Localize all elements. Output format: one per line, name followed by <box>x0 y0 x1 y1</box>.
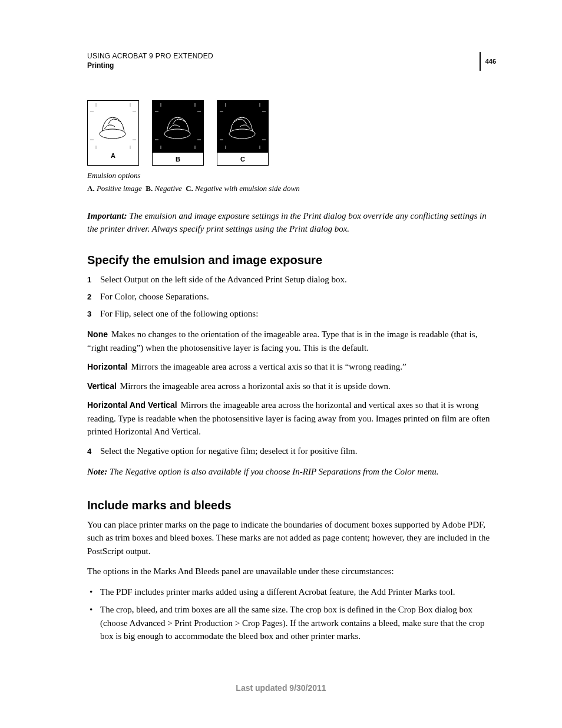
paragraph: You can place printer marks on the page … <box>87 518 496 558</box>
page-number-block: 446 <box>480 52 496 71</box>
important-body: The emulsion and image exposure settings… <box>87 211 487 233</box>
steps-list-continued: 4Select the Negative option for negative… <box>87 444 496 458</box>
emulsion-figure: A <box>87 100 496 166</box>
defterm-horizontal-vertical: Horizontal And VerticalMirrors the image… <box>87 398 496 439</box>
important-label: Important: <box>87 211 127 220</box>
figure-caption-options: A. Positive image B. Negative C. Negativ… <box>87 183 496 194</box>
document-title: USING ACROBAT 9 PRO EXTENDED <box>87 52 480 60</box>
svg-rect-10 <box>155 103 201 149</box>
note-label: Note: <box>87 467 107 476</box>
defterm-horizontal: HorizontalMirrors the imageable area acr… <box>87 360 496 374</box>
figure-label-c: C <box>217 153 268 165</box>
page-header: USING ACROBAT 9 PRO EXTENDED Printing 44… <box>87 52 496 71</box>
figure-label-a: A <box>90 153 136 159</box>
page-footer: Last updated 9/30/2011 <box>0 683 562 693</box>
important-note: Important: The emulsion and image exposu… <box>87 210 496 236</box>
figure-cell-a: A <box>87 100 139 166</box>
svg-rect-20 <box>220 103 266 149</box>
figure-cell-b: B <box>152 100 204 166</box>
heading-emulsion: Specify the emulsion and image exposure <box>87 253 496 267</box>
step-item: 4Select the Negative option for negative… <box>87 444 496 458</box>
defterm-vertical: VerticalMirrors the imageable area acros… <box>87 380 496 393</box>
heading-marks-bleeds: Include marks and bleeds <box>87 499 496 512</box>
steps-list: 1Select Output on the left side of the A… <box>87 273 496 321</box>
step-item: 2For Color, choose Separations. <box>87 290 496 304</box>
figure-cell-c: C <box>217 100 269 166</box>
page-number: 446 <box>485 58 496 65</box>
step-item: 1Select Output on the left side of the A… <box>87 273 496 286</box>
note-block: Note: The Negative option is also availa… <box>87 465 496 479</box>
note-body: The Negative option is also available if… <box>110 467 439 476</box>
step-item: 3For Flip, select one of the following o… <box>87 307 496 321</box>
list-item: •The crop, bleed, and trim boxes are all… <box>87 603 496 643</box>
list-item: •The PDF includes printer marks added us… <box>87 585 496 599</box>
svg-rect-0 <box>90 103 136 149</box>
bullet-list: •The PDF includes printer marks added us… <box>87 585 496 643</box>
section-label: Printing <box>87 61 480 70</box>
defterm-none: NoneMakes no changes to the orientation … <box>87 328 496 354</box>
figure-label-b: B <box>153 153 203 165</box>
paragraph: The options in the Marks And Bleeds pane… <box>87 565 496 578</box>
figure-caption-title: Emulsion options <box>87 170 496 181</box>
